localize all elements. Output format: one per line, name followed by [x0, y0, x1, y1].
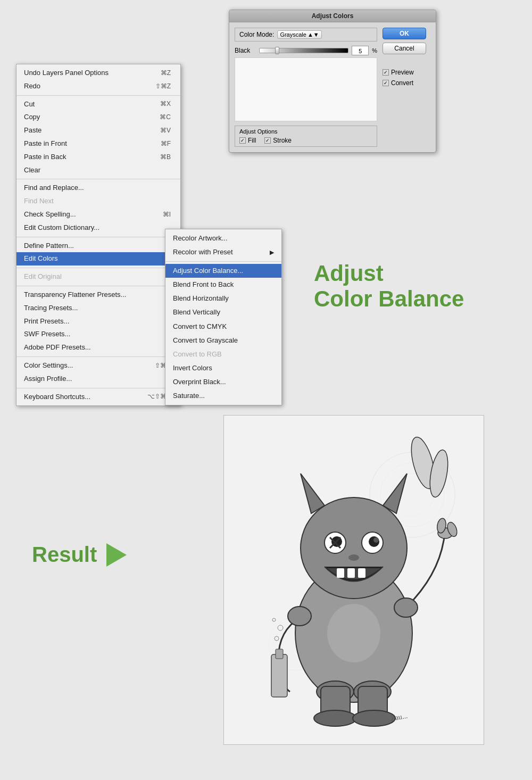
stroke-label: Stroke — [273, 137, 292, 144]
menu-item-paste-in-back-label: Paste in Back — [24, 152, 66, 163]
preview-label: Preview — [391, 69, 414, 76]
menu-item-color-settings[interactable]: Color Settings... ⇧⌘K — [16, 359, 180, 372]
fill-checkbox-item[interactable]: ✓ Fill — [239, 137, 256, 144]
menu-item-clear[interactable]: Clear — [16, 164, 180, 177]
black-slider-thumb[interactable] — [275, 47, 279, 54]
menu-item-adobe-pdf-presets-label: Adobe PDF Presets... — [24, 342, 91, 353]
submenu-item-recolor-with-preset-label: Recolor with Preset — [173, 246, 233, 258]
black-slider-track[interactable] — [259, 48, 348, 53]
submenu-item-recolor-preset-arrow: ▶ — [270, 247, 274, 258]
submenu-item-blend-vertically[interactable]: Blend Vertically — [165, 305, 281, 319]
dialog-controls: OK Cancel ✓ Preview ✓ Convert — [383, 28, 430, 147]
adjust-color-balance-line1: Adjust — [314, 261, 464, 286]
submenu-item-blend-horizontally[interactable]: Blend Horizontally — [165, 292, 281, 305]
submenu-item-overprint-black[interactable]: Overprint Black... — [165, 375, 281, 389]
menu-item-find-replace[interactable]: Find and Replace... — [16, 181, 180, 195]
menu-item-undo-label: Undo Layers Panel Options — [24, 68, 109, 79]
preview-checkbox[interactable]: ✓ — [383, 69, 389, 76]
color-mode-row: Color Mode: Grayscale ▲▼ — [235, 28, 377, 42]
submenu-item-recolor-artwork[interactable]: Recolor Artwork... — [165, 231, 281, 245]
svg-rect-19 — [347, 568, 355, 578]
menu-item-check-spelling[interactable]: Check Spelling... ⌘I — [16, 208, 180, 221]
submenu-separator-1 — [165, 261, 281, 262]
result-arrow-icon — [106, 543, 127, 567]
menu-item-adobe-pdf-presets[interactable]: Adobe PDF Presets... — [16, 341, 180, 354]
adjust-options-box: Adjust Options ✓ Fill ✓ Stroke — [235, 126, 377, 147]
separator-2 — [16, 179, 180, 179]
menu-item-define-pattern[interactable]: Define Pattern... — [16, 239, 180, 253]
submenu-item-recolor-with-preset[interactable]: Recolor with Preset ▶ — [165, 245, 281, 259]
color-mode-select[interactable]: Grayscale ▲▼ — [277, 30, 321, 39]
menu-item-transparency-presets[interactable]: Transparency Flattener Presets... — [16, 288, 180, 302]
menu-item-edit-custom-dict[interactable]: Edit Custom Dictionary... — [16, 221, 180, 235]
menu-item-copy[interactable]: Copy ⌘C — [16, 111, 180, 124]
color-mode-arrow-icon: ▲▼ — [307, 31, 319, 38]
submenu-item-adjust-color-balance-label: Adjust Color Balance... — [173, 265, 243, 277]
menu-item-tracing-presets[interactable]: Tracing Presets... — [16, 302, 180, 315]
menu-item-redo-label: Redo — [24, 81, 40, 92]
submenu-item-blend-vertically-label: Blend Vertically — [173, 306, 220, 318]
menu-item-find-next: Find Next — [16, 195, 180, 208]
menu-item-copy-shortcut: ⌘C — [160, 112, 171, 122]
menu-item-keyboard-shortcuts-label: Keyboard Shortcuts... — [24, 392, 90, 403]
menu-item-paste-in-front[interactable]: Paste in Front ⌘F — [16, 137, 180, 151]
stroke-checkbox-item[interactable]: ✓ Stroke — [264, 137, 292, 144]
result-section: Result — [32, 543, 127, 567]
fill-checkbox[interactable]: ✓ — [239, 137, 246, 144]
menu-item-paste[interactable]: Paste ⌘V — [16, 124, 180, 137]
black-slider-row: Black 5 % — [235, 46, 377, 55]
svg-point-38 — [327, 604, 380, 662]
submenu-item-saturate-label: Saturate... — [173, 390, 205, 402]
svg-point-36 — [314, 710, 356, 726]
dialog-title: Adjust Colors — [312, 12, 354, 20]
menu-item-paste-in-back[interactable]: Paste in Back ⌘B — [16, 151, 180, 164]
menu-item-edit-custom-dict-label: Edit Custom Dictionary... — [24, 222, 99, 234]
svg-rect-24 — [276, 649, 283, 659]
slider-content-area — [235, 57, 377, 121]
menu-item-paste-label: Paste — [24, 125, 41, 136]
menu-item-print-presets[interactable]: Print Presets... — [16, 315, 180, 328]
menu-item-assign-profile-label: Assign Profile... — [24, 374, 72, 385]
menu-item-define-pattern-label: Define Pattern... — [24, 240, 74, 252]
menu-item-edit-colors[interactable]: Edit Colors ▶ — [16, 252, 180, 265]
adjust-color-balance-line2: Color Balance — [314, 286, 464, 312]
menu-item-paste-in-front-label: Paste in Front — [24, 138, 67, 150]
separator-4 — [16, 268, 180, 268]
menu-item-paste-in-front-shortcut: ⌘F — [161, 139, 171, 149]
convert-checkbox[interactable]: ✓ — [383, 80, 389, 86]
svg-point-21 — [348, 554, 359, 561]
percent-symbol: % — [372, 47, 377, 54]
menu-item-edit-original-label: Edit Original — [24, 271, 62, 283]
menu-item-cut[interactable]: Cut ⌘X — [16, 98, 180, 111]
menu-item-tracing-presets-label: Tracing Presets... — [24, 303, 78, 314]
submenu-item-saturate[interactable]: Saturate... — [165, 389, 281, 403]
ok-button[interactable]: OK — [383, 28, 426, 39]
black-value-input[interactable]: 5 — [352, 46, 369, 55]
stroke-checkbox[interactable]: ✓ — [264, 137, 271, 144]
submenu-item-convert-to-cmyk[interactable]: Convert to CMYK — [165, 320, 281, 334]
menu-item-keyboard-shortcuts[interactable]: Keyboard Shortcuts... ⌥⇧⌘K — [16, 391, 180, 404]
menu-item-cut-shortcut: ⌘X — [160, 99, 171, 109]
menu-item-check-spelling-label: Check Spelling... — [24, 209, 76, 220]
submenu-item-convert-to-grayscale[interactable]: Convert to Grayscale — [165, 334, 281, 347]
adjust-color-balance-title: Adjust Color Balance — [314, 261, 464, 312]
menu-item-edit-colors-label: Edit Colors — [24, 253, 58, 264]
convert-label: Convert — [391, 79, 413, 87]
submenu-item-blend-front-to-back[interactable]: Blend Front to Back — [165, 278, 281, 292]
submenu-item-invert-colors[interactable]: Invert Colors — [165, 361, 281, 375]
submenu-item-convert-to-rgb-label: Convert to RGB — [173, 348, 222, 360]
edit-menu: Undo Layers Panel Options ⌘Z Redo ⇧⌘Z Cu… — [16, 64, 181, 406]
submenu-item-blend-front-to-back-label: Blend Front to Back — [173, 279, 234, 291]
cancel-button[interactable]: Cancel — [383, 43, 426, 54]
menu-item-assign-profile[interactable]: Assign Profile... — [16, 372, 180, 386]
menu-item-color-settings-label: Color Settings... — [24, 360, 73, 371]
preview-row[interactable]: ✓ Preview — [383, 69, 414, 76]
menu-item-swf-presets[interactable]: SWF Presets... — [16, 328, 180, 341]
menu-item-clear-label: Clear — [24, 165, 40, 176]
submenu-item-adjust-color-balance[interactable]: Adjust Color Balance... — [165, 264, 281, 278]
menu-item-redo[interactable]: Redo ⇧⌘Z — [16, 80, 180, 93]
fill-label: Fill — [248, 137, 256, 144]
menu-item-find-replace-label: Find and Replace... — [24, 182, 84, 194]
menu-item-undo[interactable]: Undo Layers Panel Options ⌘Z — [16, 67, 180, 80]
convert-row[interactable]: ✓ Convert — [383, 79, 413, 87]
